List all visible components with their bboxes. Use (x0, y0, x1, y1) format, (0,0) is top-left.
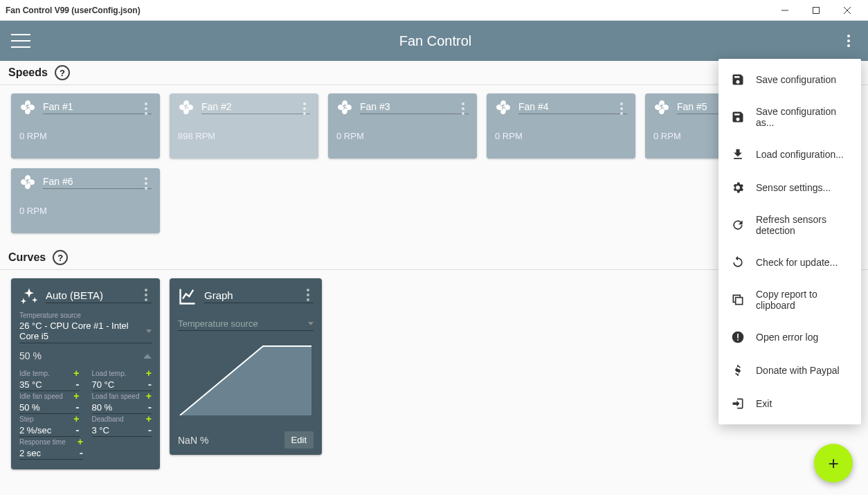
fan-icon (653, 99, 670, 116)
fan-icon (178, 99, 195, 116)
plus-button[interactable]: + (146, 368, 152, 378)
sparkle-icon (19, 287, 39, 306)
fan-name[interactable]: Fan #3 (360, 101, 469, 114)
curves-help-icon[interactable]: ? (53, 250, 68, 265)
appbar-kebab-button[interactable] (840, 33, 857, 49)
speed-card[interactable]: Fan #4 0 RPM (487, 93, 635, 159)
curve-card-graph: Graph Temperature source NaN % Edit (170, 278, 322, 455)
svg-rect-1 (813, 7, 819, 13)
speed-card-kebab[interactable] (138, 175, 154, 192)
speed-card[interactable]: Fan #2 898 RPM (170, 93, 318, 159)
minus-button[interactable]: - (148, 424, 152, 435)
curve-name[interactable]: Graph (204, 289, 314, 303)
minus-button[interactable]: - (148, 402, 152, 413)
plus-button[interactable]: + (73, 368, 79, 378)
curve-name[interactable]: Auto (BETA) (46, 289, 152, 303)
fan-icon (495, 99, 512, 116)
menu-refresh[interactable]: Refresh sensors detection (718, 204, 861, 246)
speed-card[interactable]: Fan #1 0 RPM (11, 93, 160, 159)
clipboard-icon (731, 293, 745, 307)
svg-rect-7 (737, 334, 739, 339)
param-deadband: Deadband+ 3 °C- (92, 414, 152, 437)
edit-button[interactable]: Edit (284, 431, 314, 449)
temp-source-select[interactable]: Temperature source (178, 317, 314, 331)
svg-marker-4 (180, 346, 311, 415)
svg-rect-8 (737, 339, 739, 341)
window-close-button[interactable] (831, 0, 862, 21)
update-icon (731, 255, 745, 269)
window-title: Fan Control V99 (userConfig.json) (6, 6, 769, 15)
fan-rpm: 0 RPM (19, 206, 152, 216)
window-minimize-button[interactable] (769, 0, 800, 21)
dollar-icon (731, 363, 745, 377)
window-titlebar: Fan Control V99 (userConfig.json) (0, 0, 868, 21)
curve-card-kebab[interactable] (300, 287, 316, 303)
add-fab-button[interactable]: + (814, 444, 853, 483)
collapse-chevron-icon[interactable] (143, 354, 152, 359)
fan-name[interactable]: Fan #4 (518, 101, 627, 114)
hamburger-menu-button[interactable] (11, 34, 30, 48)
plus-button[interactable]: + (146, 414, 152, 424)
param-idle-fan: Idle fan speed+ 50 %- (19, 391, 80, 414)
menu-copy-report[interactable]: Copy report to clipboard (718, 279, 861, 321)
minus-button[interactable]: - (148, 379, 152, 390)
param-response: Response time+ 2 sec- (19, 437, 83, 460)
curves-section-title: Curves (8, 251, 46, 264)
curve-card-kebab[interactable] (138, 287, 154, 303)
param-idle-temp: Idle temp.+ 35 °C- (19, 368, 80, 391)
download-icon (731, 147, 745, 161)
graph-percent: NaN % (178, 435, 208, 446)
param-load-fan: Load fan speed+ 80 %- (92, 391, 152, 414)
plus-button[interactable]: + (73, 414, 79, 424)
param-step: Step+ 2 %/sec- (19, 414, 80, 437)
dropdown-arrow-icon (308, 322, 314, 325)
minus-button[interactable]: - (75, 379, 79, 390)
speeds-section-title: Speeds (8, 66, 48, 79)
speed-card[interactable]: Fan #3 0 RPM (328, 93, 477, 159)
fan-rpm: 0 RPM (336, 131, 469, 141)
fan-name[interactable]: Fan #1 (43, 101, 152, 114)
speed-card[interactable]: Fan #6 0 RPM (11, 168, 160, 233)
speed-card-kebab[interactable] (613, 100, 630, 117)
context-menu: Save configuration Save configuration as… (718, 59, 861, 424)
fan-icon (19, 99, 36, 116)
menu-save-as[interactable]: Save configuration as... (718, 96, 861, 138)
menu-update[interactable]: Check for update... (718, 246, 861, 279)
chart-line-icon (178, 287, 197, 306)
speed-card-kebab[interactable] (455, 100, 471, 117)
minus-button[interactable]: - (80, 447, 83, 458)
window-maximize-button[interactable] (800, 0, 831, 21)
speeds-help-icon[interactable]: ? (55, 65, 70, 80)
param-load-temp: Load temp.+ 70 °C- (92, 368, 152, 391)
temp-source-select[interactable]: 26 °C - CPU Core #1 - Intel Core i5 (19, 319, 152, 343)
menu-save[interactable]: Save configuration (718, 63, 861, 96)
error-icon (731, 330, 745, 344)
menu-load[interactable]: Load configuration... (718, 138, 861, 171)
exit-icon (731, 397, 745, 411)
fan-rpm: 0 RPM (495, 131, 627, 141)
fan-rpm: 898 RPM (178, 131, 310, 141)
plus-button[interactable]: + (73, 391, 79, 401)
fan-name[interactable]: Fan #6 (43, 176, 152, 189)
fan-rpm: 0 RPM (19, 131, 152, 141)
minus-button[interactable]: - (75, 402, 79, 413)
fan-icon (336, 99, 353, 116)
menu-error-log[interactable]: Open error log (718, 321, 861, 354)
curve-graph (178, 339, 314, 415)
save-icon (731, 73, 745, 87)
fan-name[interactable]: Fan #2 (201, 101, 310, 114)
menu-donate[interactable]: Donate with Paypal (718, 354, 861, 387)
auto-percent: 50 % (19, 350, 42, 361)
speed-card-kebab[interactable] (138, 100, 154, 117)
app-title: Fan Control (30, 33, 840, 49)
plus-button[interactable]: + (146, 391, 152, 401)
app-bar: Fan Control (0, 21, 868, 61)
menu-exit[interactable]: Exit (718, 387, 861, 420)
gear-icon (731, 181, 745, 195)
svg-rect-5 (736, 298, 743, 305)
speed-card-kebab[interactable] (296, 100, 313, 117)
plus-button[interactable]: + (78, 437, 83, 447)
minus-button[interactable]: - (75, 424, 79, 435)
menu-sensor-settings[interactable]: Sensor settings... (718, 171, 861, 204)
curve-card-auto: Auto (BETA) Temperature source 26 °C - C… (11, 278, 160, 469)
